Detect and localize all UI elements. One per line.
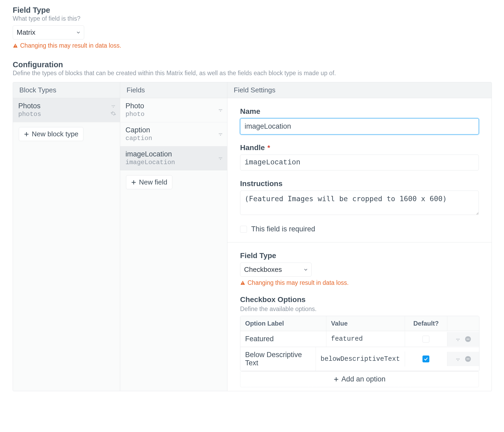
svg-point-25 xyxy=(457,339,458,340)
field-item-label: Caption xyxy=(125,126,152,134)
svg-rect-22 xyxy=(242,282,243,283)
svg-rect-29 xyxy=(467,339,470,339)
drag-handle-icon[interactable] xyxy=(218,155,223,161)
handle-label: Handle * xyxy=(240,143,479,152)
field-settings-header: Field Settings xyxy=(227,82,492,98)
field-item[interactable]: Caption caption xyxy=(120,122,227,146)
options-row: Featured featured xyxy=(240,331,479,347)
option-value-cell[interactable]: belowDescriptiveText xyxy=(316,352,405,367)
svg-point-26 xyxy=(459,339,460,340)
remove-row-icon[interactable] xyxy=(465,336,471,343)
option-label-cell[interactable]: Below Descriptive Text xyxy=(240,347,316,371)
options-col-label: Option Label xyxy=(240,316,326,331)
field-type-heading: Field Type xyxy=(13,6,491,15)
drag-handle-icon[interactable] xyxy=(110,104,116,110)
svg-point-11 xyxy=(220,111,221,112)
svg-point-30 xyxy=(456,358,457,359)
svg-point-3 xyxy=(113,105,114,106)
instructions-input[interactable] xyxy=(240,191,479,215)
option-default-checkbox[interactable] xyxy=(422,336,429,343)
svg-rect-35 xyxy=(467,359,470,359)
fields-column: Fields Photo photo Caption xyxy=(120,82,227,391)
option-value-cell[interactable]: featured xyxy=(326,331,405,346)
checkbox-options-heading: Checkbox Options xyxy=(240,295,479,304)
block-type-item[interactable]: Photos photos xyxy=(13,98,120,122)
handle-input[interactable] xyxy=(240,155,479,170)
drag-handle-icon[interactable] xyxy=(455,356,461,362)
options-col-default: Default? xyxy=(405,316,447,331)
fields-header: Fields xyxy=(120,82,227,98)
checkbox-icon xyxy=(240,226,247,233)
remove-row-icon[interactable] xyxy=(465,356,471,362)
required-checkbox[interactable]: This field is required xyxy=(240,225,479,233)
svg-rect-0 xyxy=(15,45,16,46)
svg-rect-1 xyxy=(15,46,16,47)
fields-list: Photo photo Caption caption xyxy=(120,98,227,391)
plus-icon xyxy=(334,377,339,382)
drag-handle-icon[interactable] xyxy=(455,336,461,342)
svg-point-27 xyxy=(457,340,458,341)
warning-icon xyxy=(13,43,18,48)
block-types-column: Block Types Photos photos xyxy=(13,82,120,391)
new-block-type-label: New block type xyxy=(32,130,78,138)
config-sub: Define the types of blocks that can be c… xyxy=(13,70,491,77)
new-field-label: New field xyxy=(139,178,167,186)
settings-fieldtype-select[interactable]: Checkboxes xyxy=(240,263,312,277)
required-star-icon: * xyxy=(267,144,270,152)
svg-point-31 xyxy=(457,358,458,359)
options-col-value: Value xyxy=(326,316,405,331)
plus-icon xyxy=(24,132,29,137)
field-type-section: Field Type What type of field is this? M… xyxy=(13,6,491,49)
add-option-button[interactable]: Add an option xyxy=(240,371,479,387)
svg-point-9 xyxy=(220,109,221,110)
new-block-type-button[interactable]: New block type xyxy=(19,127,83,141)
gear-icon[interactable] xyxy=(110,111,116,116)
name-input[interactable] xyxy=(240,118,479,134)
svg-point-19 xyxy=(220,159,221,160)
options-table-head: Option Label Value Default? xyxy=(240,316,479,331)
svg-point-5 xyxy=(113,107,114,108)
settings-fieldtype-value: Checkboxes xyxy=(244,266,282,274)
options-col-actions xyxy=(447,320,479,327)
options-table: Option Label Value Default? Featured fea… xyxy=(240,316,479,371)
instructions-label: Instructions xyxy=(240,179,479,188)
settings-fieldtype-warning: Changing this may result in data loss. xyxy=(240,279,479,286)
field-item-label: imageLocation xyxy=(125,150,175,158)
drag-handle-icon[interactable] xyxy=(218,131,223,137)
checkbox-options-sub: Define the available options. xyxy=(240,305,479,313)
config-panel: Block Types Photos photos xyxy=(13,82,492,391)
field-item-handle: photo xyxy=(125,111,145,118)
svg-point-2 xyxy=(112,105,113,106)
svg-point-14 xyxy=(221,133,222,134)
config-heading: Configuration xyxy=(13,60,491,69)
field-type-select[interactable]: Matrix xyxy=(13,25,84,39)
chevron-down-icon xyxy=(76,30,81,35)
block-types-header: Block Types xyxy=(13,82,120,98)
svg-point-8 xyxy=(219,109,220,110)
svg-point-12 xyxy=(219,133,220,134)
required-checkbox-label: This field is required xyxy=(251,225,315,233)
option-default-checkbox[interactable] xyxy=(422,356,429,362)
plus-icon xyxy=(131,180,136,185)
svg-point-4 xyxy=(114,105,115,106)
field-type-warning: Changing this may result in data loss. xyxy=(13,42,491,49)
field-item-handle: caption xyxy=(125,135,152,142)
field-item-label: Photo xyxy=(125,102,145,110)
add-option-label: Add an option xyxy=(341,375,386,383)
field-item[interactable]: imageLocation imageLocation xyxy=(120,146,227,170)
field-item[interactable]: Photo photo xyxy=(120,98,227,122)
block-type-label: Photos xyxy=(18,102,41,110)
field-type-select-value: Matrix xyxy=(17,28,35,37)
options-row: Below Descriptive Text belowDescriptiveT… xyxy=(240,347,479,371)
field-type-warning-text: Changing this may result in data loss. xyxy=(20,42,121,49)
svg-point-24 xyxy=(456,339,457,340)
option-label-cell[interactable]: Featured xyxy=(240,331,326,347)
warning-icon xyxy=(240,280,245,286)
svg-rect-23 xyxy=(242,284,243,284)
field-item-handle: imageLocation xyxy=(125,159,175,166)
drag-handle-icon[interactable] xyxy=(218,107,223,113)
new-field-button[interactable]: New field xyxy=(126,175,172,189)
svg-point-16 xyxy=(219,157,220,158)
field-settings-column: Field Settings Name Handle * Instruction… xyxy=(227,82,492,391)
chevron-down-icon xyxy=(303,267,308,272)
